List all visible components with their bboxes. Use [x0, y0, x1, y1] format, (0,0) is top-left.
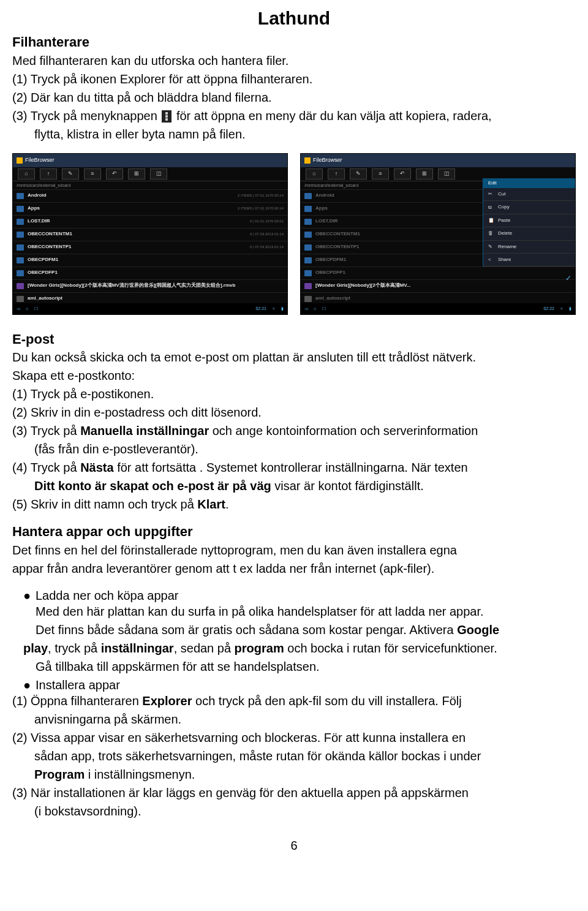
home-icon[interactable]: ⌂ [306, 168, 323, 180]
home-nav-icon[interactable]: ⌂ [314, 306, 316, 311]
epost-s3c: och ange kontoinformation och serverinfo… [209, 424, 478, 437]
b2-s1c: och tryck på den apk-fil som du vill ins… [192, 694, 462, 708]
edit-share[interactable]: <Share [483, 254, 575, 266]
recent-nav-icon[interactable]: ☐ [322, 306, 326, 311]
b1-l2: Det finns både sådana som är gratis och … [36, 622, 576, 638]
b2-s2b: sådan app, trots säkerhetsvarningen, mås… [12, 748, 576, 764]
b2-s1b: Explorer [142, 694, 192, 708]
sort-icon[interactable]: ≡ [372, 168, 389, 180]
file-row[interactable]: OBECPDFP1 [301, 267, 575, 280]
grid-icon[interactable]: ⊞ [416, 168, 433, 180]
b2-s2a: (2) Vissa appar visar en säkerhetsvarnin… [12, 730, 576, 746]
bullet-1: ● Ladda ner och köpa appar Med den här p… [12, 588, 576, 638]
fil-step2: (2) Där kan du titta på och bläddra blan… [12, 89, 576, 105]
home-nav-icon[interactable]: ⌂ [26, 306, 28, 311]
grid-icon[interactable]: ⊞ [128, 168, 145, 180]
share-icon: < [488, 257, 494, 263]
b1-title: Ladda ner och köpa appar [36, 589, 179, 602]
home-icon[interactable]: ⌂ [18, 168, 35, 180]
b2-s1: (1) Öppna filhanteraren Explorer och try… [12, 693, 576, 709]
wifi-icon: ▿ [560, 306, 563, 311]
epost-s4c: för att fortsätta . Systemet kontrollera… [114, 461, 468, 474]
b1-l3: play, tryck på inställningar, sedan på p… [12, 640, 576, 656]
file-row[interactable]: OBECCONTENTP10 | 07.03.2013 01:14 [13, 241, 287, 254]
edit-icon[interactable]: ✎ [62, 168, 79, 180]
back-icon[interactable]: ↶ [106, 168, 123, 180]
edit-menu: Edit ✂Cut ⧉Copy 📋Paste 🗑Delete ✎Rename <… [483, 178, 575, 267]
epost-s3d: (fås från din e-postleverantör). [12, 441, 576, 457]
page-title: Lathund [12, 6, 576, 30]
right-appbar: FileBrowser [301, 154, 575, 167]
hantera-heading: Hantera appar och uppgifter [12, 523, 576, 541]
check-icon: ✓ [565, 274, 571, 284]
epost-s3: (3) Tryck på Manuella inställningar och … [12, 423, 576, 439]
thumb-icon[interactable]: ◫ [150, 168, 167, 180]
left-path: /mnt/sdcard/external_sdcard [13, 181, 287, 190]
up-icon[interactable]: ↑ [328, 168, 345, 180]
epost-s1: (1) Tryck på e-postikonen. [12, 386, 576, 402]
b1-l3b: , tryck på [48, 641, 101, 655]
file-row[interactable]: [Wonder Girls][Nobody][2个版本高清MV流行世界的音乐][… [13, 280, 287, 293]
battery-icon: ▮ [281, 306, 284, 311]
battery-icon: ▮ [569, 306, 571, 311]
recent-nav-icon[interactable]: ☐ [34, 306, 38, 311]
back-nav-icon[interactable]: ◅ [17, 306, 20, 311]
fil-step3-c: flytta, klistra in eller byta namn på fi… [12, 126, 576, 142]
thumb-icon[interactable]: ◫ [438, 168, 455, 180]
bullet-2: ● Installera appar [12, 677, 576, 693]
fil-step3-a: (3) Tryck på menyknappen [12, 109, 160, 123]
file-row[interactable]: OBECPDFM1 [13, 254, 287, 267]
back-icon[interactable]: ↶ [394, 168, 411, 180]
epost-intro: Du kan också skicka och ta emot e-post o… [12, 349, 576, 365]
b1-l3e: program [235, 641, 284, 655]
epost-s5c: . [225, 497, 229, 511]
copy-icon: ⧉ [488, 205, 494, 211]
b2-s2-cont: Program i inställningsmenyn. [12, 766, 576, 782]
edit-copy[interactable]: ⧉Copy [483, 201, 575, 214]
left-appbar: FileBrowser [13, 154, 287, 167]
edit-paste[interactable]: 📋Paste [483, 214, 575, 227]
b1-l2b: Google [457, 623, 499, 637]
left-navbar: ◅ ⌂ ☐ 02:21 ▿ ▮ [13, 303, 287, 314]
file-row[interactable]: Apps2 ITEMS | 07.01.1970 00:14 [13, 203, 287, 216]
fil-step1: (1) Tryck på ikonen Explorer för att öpp… [12, 71, 576, 87]
edit-rename[interactable]: ✎Rename [483, 241, 575, 254]
page-number: 6 [12, 837, 576, 853]
fil-step3: (3) Tryck på menyknappen för att öppna e… [12, 108, 576, 124]
b2-s3a: (3) När installationen är klar läggs en … [12, 785, 576, 801]
rename-icon: ✎ [488, 244, 494, 250]
back-nav-icon[interactable]: ◅ [304, 306, 307, 311]
b1-l3a: play [23, 641, 48, 655]
epost-s3a: (3) Tryck på [12, 424, 80, 437]
epost-s3b: Manuella inställningar [80, 424, 209, 437]
sort-icon[interactable]: ≡ [84, 168, 101, 180]
file-row[interactable]: OBECCONTENTM10 | 07.03.2013 01:14 [13, 229, 287, 241]
b2-s3b: (i bokstavsordning). [12, 803, 576, 819]
bullet-dot: ● [23, 677, 36, 693]
epost-heading: E-post [12, 331, 576, 349]
epost-s4e: visar är kontot färdiginställt. [271, 479, 424, 493]
file-row[interactable]: OBECPDFP1 [13, 267, 287, 280]
right-navbar: ◅ ⌂ ☐ 02:22 ▿ ▮ [301, 303, 575, 314]
up-icon[interactable]: ↑ [40, 168, 57, 180]
file-row[interactable]: Android2 ITEMS | 07.01.1970 00:14 [13, 190, 287, 203]
b2-s1a: (1) Öppna filhanteraren [12, 694, 142, 708]
edit-delete[interactable]: 🗑Delete [483, 227, 575, 240]
epost-s2: (2) Skriv in din e-postadress och ditt l… [12, 404, 576, 420]
overflow-menu-icon [162, 110, 172, 123]
edit-menu-header: Edit [483, 178, 575, 188]
right-time: 02:22 [543, 306, 554, 311]
filebrowser-icon [304, 157, 311, 164]
file-row[interactable]: LOST.DIR0 | 01.01.1970 03:01 [13, 216, 287, 229]
hantera-intro2: appar från andra leverantörer genom att … [12, 561, 576, 576]
cut-icon: ✂ [488, 191, 494, 197]
b1-l2a: Det finns både sådana som är gratis och … [36, 623, 457, 637]
edit-cut[interactable]: ✂Cut [483, 188, 575, 201]
epost-sub: Skapa ett e-postkonto: [12, 368, 576, 384]
b1-l4: Gå tillbaka till appskärmen för att se h… [12, 659, 576, 675]
screenshot-left: FileBrowser ⌂ ↑ ✎ ≡ ↶ ⊞ ◫ /mnt/sdcard/ex… [12, 153, 288, 315]
file-row[interactable]: [Wonder Girls][Nobody][2个版本高清MV... [301, 280, 575, 293]
epost-s5b: Klart [197, 497, 225, 511]
edit-icon[interactable]: ✎ [350, 168, 367, 180]
b2-title: Installera appar [36, 678, 120, 692]
